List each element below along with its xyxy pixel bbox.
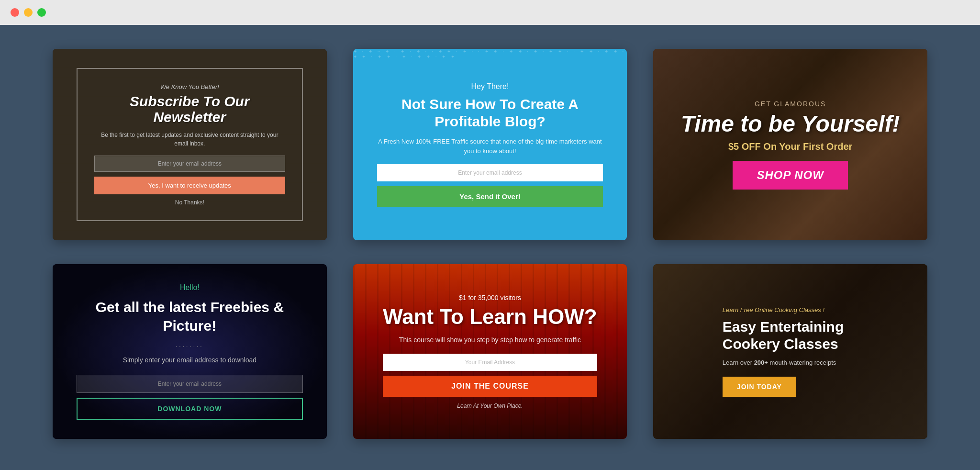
glamorous-subtitle: GET GLAMOROUS (681, 100, 900, 108)
cards-grid: ✕ We Know You Better! Subscribe To Our N… (53, 49, 927, 439)
newsletter-title: Subscribe To Our Newsletter (94, 93, 285, 125)
cookery-title: Easy Entertaining Cookery Classes (723, 318, 858, 353)
glamorous-shop-button[interactable]: SHOP NOW (733, 161, 847, 190)
traffic-light-red[interactable] (11, 8, 19, 17)
cookery-description: Learn over 200+ mouth-watering receipts (723, 358, 858, 367)
card-cookery: Learn Free Online Cooking Classes ! Easy… (653, 264, 927, 439)
glamorous-offer: $5 OFF On Your First Order (681, 141, 900, 152)
glamorous-title: Time to be Yourself! (681, 112, 900, 135)
cookery-join-button[interactable]: JOIN TODAY (723, 377, 796, 397)
learn-price-label: $1 for 35,000 visitors (383, 294, 597, 302)
newsletter-subtitle: We Know You Better! (94, 83, 285, 90)
card-blog: Hey There! Not Sure How To Create A Prof… (353, 49, 627, 240)
learn-join-button[interactable]: JOIN THE COURSE (383, 376, 597, 397)
blog-description: A Fresh New 100% FREE Traffic source tha… (377, 137, 603, 156)
traffic-light-green[interactable] (37, 8, 46, 17)
card-glamorous: GET GLAMOROUS Time to be Yourself! $5 OF… (653, 49, 927, 240)
learn-email-input[interactable] (383, 354, 597, 371)
window-chrome (0, 0, 980, 25)
newsletter-email-input[interactable] (94, 156, 285, 172)
freebies-description: Simply enter your email address to downl… (77, 355, 303, 365)
learn-description: This course will show you step by step h… (383, 335, 597, 345)
blog-email-input[interactable] (377, 164, 603, 181)
learn-title: Want To Learn HOW? (383, 305, 597, 328)
main-content: ✕ We Know You Better! Subscribe To Our N… (0, 25, 980, 463)
card-newsletter: ✕ We Know You Better! Subscribe To Our N… (53, 49, 327, 240)
freebies-email-input[interactable] (77, 375, 303, 393)
newsletter-submit-button[interactable]: Yes, I want to receive updates (94, 177, 285, 194)
traffic-light-yellow[interactable] (24, 8, 33, 17)
newsletter-description: Be the first to get latest updates and e… (94, 131, 285, 148)
blog-submit-button[interactable]: Yes, Send it Over! (377, 186, 603, 207)
card-learn: $1 for 35,000 visitors Want To Learn HOW… (353, 264, 627, 439)
newsletter-no-thanks[interactable]: No Thanks! (94, 199, 285, 206)
blog-title: Not Sure How To Create A Profitable Blog… (377, 96, 603, 130)
blog-hey-label: Hey There! (377, 82, 603, 91)
freebies-dots: ........ (77, 342, 303, 348)
cookery-subtitle: Learn Free Online Cooking Classes ! (723, 306, 858, 313)
freebies-title: Get all the latest Freebies & Picture! (77, 298, 303, 335)
card-freebies: Hello! Get all the latest Freebies & Pic… (53, 264, 327, 439)
freebies-download-button[interactable]: DOWNLOAD NOW (77, 398, 303, 420)
learn-footnote: Learn At Your Own Place. (383, 403, 597, 409)
freebies-hello: Hello! (77, 283, 303, 292)
